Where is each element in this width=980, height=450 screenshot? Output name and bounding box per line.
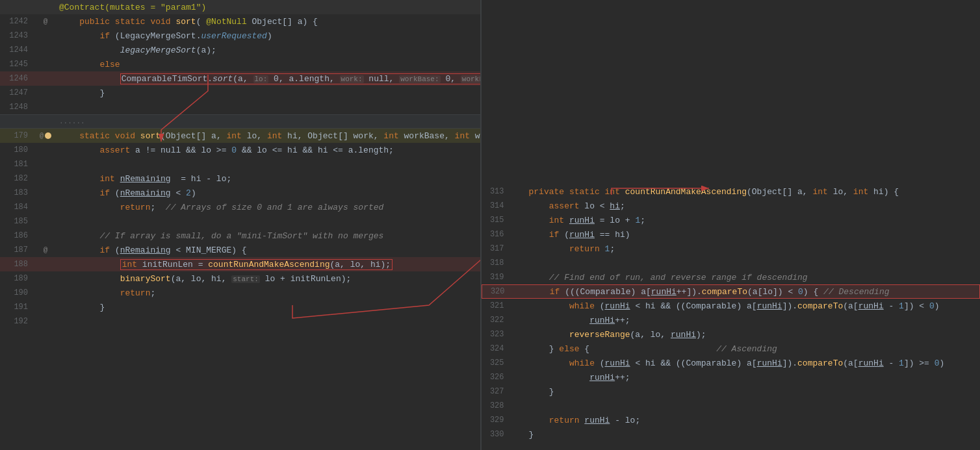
right-code-325: while (runHi < hi && ((Comparable) a[run… xyxy=(525,358,980,368)
right-panel: 313 private static int countRunAndMakeAs… xyxy=(482,0,980,450)
right-line-num-314: 314 xyxy=(482,201,511,210)
kw-else1: else xyxy=(99,60,120,69)
right-code-line-313: 313 private static int countRunAndMakeAs… xyxy=(482,184,980,199)
right-code-line-327: 327 } xyxy=(482,384,980,399)
plain18: initRunLen = xyxy=(137,260,208,269)
fn-sort: sort xyxy=(175,17,196,27)
line-num-179: 179 xyxy=(0,131,36,140)
at-icon: @ xyxy=(44,18,48,25)
right-code-316: if (runHi == hi) xyxy=(525,230,980,240)
code-line-180: 180 assert a != null && lo >= 0 && lo <=… xyxy=(0,143,480,157)
code-line-182: 182 int nRemaining = hi - lo; xyxy=(0,171,480,186)
right-code-line-322: 322 runHi++; xyxy=(482,313,980,327)
code-1243: if (LegacyMergeSort.userRequested) xyxy=(55,31,480,41)
plain6: (Object[] a, xyxy=(161,131,226,141)
right-line-num-328: 328 xyxy=(482,401,511,410)
code-180: assert a != null && lo >= 0 && lo <= hi … xyxy=(55,145,480,155)
right-code-329: return runHi - lo; xyxy=(525,416,980,425)
code-line-192: 192 xyxy=(0,314,480,329)
code-line-179: 179 @ static void sort(Object[] a, int l… xyxy=(0,129,480,143)
line-num-189: 189 xyxy=(0,274,36,283)
line-num-180: 180 xyxy=(0,145,36,155)
right-line-num-313: 313 xyxy=(482,187,511,196)
code-line-1246: 1246 ComparableTimSort.sort(a, lo: 0, a.… xyxy=(0,71,480,86)
kw-public: public static void xyxy=(79,17,175,27)
code-line-1242: 1242 @ public static void sort( @NotNull… xyxy=(0,14,480,29)
plain14: (nRemaining < xyxy=(110,188,186,198)
right-code-317: return 1; xyxy=(525,244,980,254)
right-line-num-324: 324 xyxy=(482,344,511,353)
code-184: return; // Arrays of size 0 and 1 are al… xyxy=(55,203,480,212)
comment-small: // If array is small, do a "mini-TimSort… xyxy=(99,231,383,241)
plain12: && lo <= hi && hi <= a.length; xyxy=(237,145,394,155)
gutter-187: @ xyxy=(36,246,55,254)
line-num-1246: 1246 xyxy=(0,74,36,83)
kw-return2: return xyxy=(120,288,151,298)
code-line-186: 186 // If array is small, do a "mini-Tim… xyxy=(0,229,480,243)
plain2: Object[] a) { xyxy=(247,17,318,27)
right-line-num-323: 323 xyxy=(482,330,511,339)
right-code-line-318: 318 xyxy=(482,256,980,270)
code-line-188: 188 int initRunLen = countRunAndMakeAsce… xyxy=(0,257,480,271)
right-line-num-318: 318 xyxy=(482,258,511,268)
line-num-1244: 1244 xyxy=(0,45,36,55)
hint-worklen: workLen: xyxy=(461,75,481,83)
line-num-181: 181 xyxy=(0,160,36,169)
kw-static: static void xyxy=(79,131,140,141)
yellow-dot-icon xyxy=(45,132,51,139)
right-line-num-329: 329 xyxy=(482,416,511,425)
right-line-num-326: 326 xyxy=(482,373,511,382)
fn-sort2: sort xyxy=(213,74,233,84)
code-179: static void sort(Object[] a, int lo, int… xyxy=(55,131,481,141)
gutter-1242: @ xyxy=(36,18,55,25)
right-code-line-323: 323 reverseRange(a, lo, runHi); xyxy=(482,327,980,342)
right-code-315: int runHi = lo + 1; xyxy=(525,216,980,225)
line-num-1248: 1248 xyxy=(0,103,36,112)
right-line-num-317: 317 xyxy=(482,244,511,253)
code-line-190: 190 return; xyxy=(0,286,480,300)
kw-int4: int xyxy=(455,131,470,141)
plain5: (a); xyxy=(196,45,216,55)
line-num-186: 186 xyxy=(0,231,36,240)
right-code-330: } xyxy=(525,430,980,440)
editor-container: @Contract(mutates = "param1") 1242 @ pub… xyxy=(0,0,980,450)
right-code-313: private static int countRunAndMakeAscend… xyxy=(525,187,980,197)
code-line-1247: 1247 } xyxy=(0,86,480,100)
right-code-327: } xyxy=(525,387,980,397)
hint-workbase: workBase: xyxy=(399,75,440,83)
left-code-area: @Contract(mutates = "param1") 1242 @ pub… xyxy=(0,0,480,450)
plain11: a != null && lo >= xyxy=(130,145,231,155)
right-code-line-329: 329 return runHi - lo; xyxy=(482,413,980,427)
plain13: nRemaining = hi - lo; xyxy=(115,174,231,184)
line-num-1247: 1247 xyxy=(0,88,36,97)
gutter-179: @ xyxy=(36,132,55,140)
comparabletimssort-box: ComparableTimSort.sort(a, lo: 0, a.lengt… xyxy=(120,73,481,84)
code-182: int nRemaining = hi - lo; xyxy=(55,174,480,184)
right-code-line-320: 320 if (((Comparable) a[runHi++]).compar… xyxy=(482,284,980,299)
right-code-line-328: 328 xyxy=(482,399,980,413)
code-1247: } xyxy=(55,88,480,98)
code-1242: public static void sort( @NotNull Object… xyxy=(55,17,480,27)
plain4: ) xyxy=(267,31,272,41)
plain9: workBase, xyxy=(399,131,455,141)
right-line-num-325: 325 xyxy=(482,358,511,368)
kw-if1: if xyxy=(99,31,110,41)
right-line-num-316: 316 xyxy=(482,230,511,239)
code-line-181: 181 xyxy=(0,157,480,171)
code-line-189: 189 binarySort(a, lo, hi, start: lo + in… xyxy=(0,271,480,286)
code-line-1243: 1243 if (LegacyMergeSort.userRequested) xyxy=(0,29,480,43)
kw-int2: int xyxy=(267,131,282,141)
code-line-185: 185 xyxy=(0,214,480,229)
line-num-191: 191 xyxy=(0,303,36,312)
at-187: @ xyxy=(44,246,48,254)
code-line-183: 183 if (nRemaining < 2) xyxy=(0,186,480,200)
right-code-line-321: 321 while (runHi < hi && ((Comparable) a… xyxy=(482,299,980,313)
line-num-188: 188 xyxy=(0,260,36,269)
code-line-187: 187 @ if (nRemaining < MIN_MERGE) { xyxy=(0,243,480,257)
line-num-185: 185 xyxy=(0,217,36,226)
right-code-line-325: 325 while (runHi < hi && ((Comparable) a… xyxy=(482,356,980,370)
right-code-line-324: 324 } else { // Ascending xyxy=(482,342,980,356)
right-code-326: runHi++; xyxy=(525,373,980,382)
line-num-184: 184 xyxy=(0,203,36,212)
kw-if3: if xyxy=(99,245,110,255)
